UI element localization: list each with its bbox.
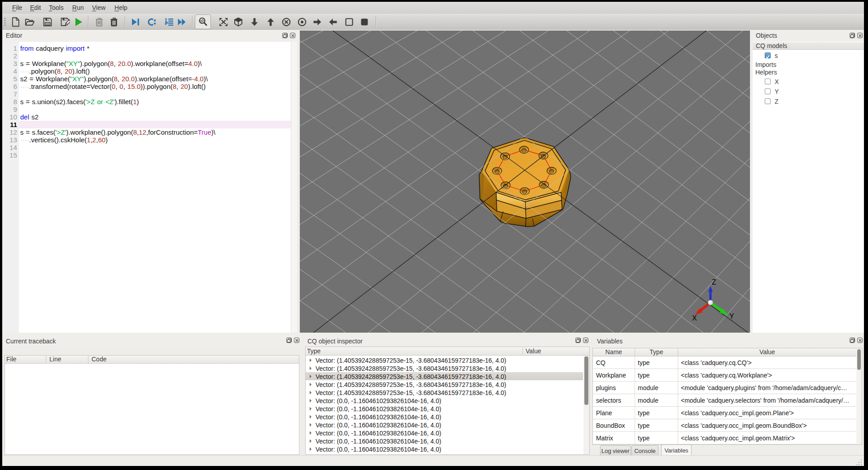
svg-text:X: X — [692, 314, 697, 322]
svg-text:Y: Y — [729, 312, 734, 320]
svg-text:Z: Z — [712, 278, 716, 286]
